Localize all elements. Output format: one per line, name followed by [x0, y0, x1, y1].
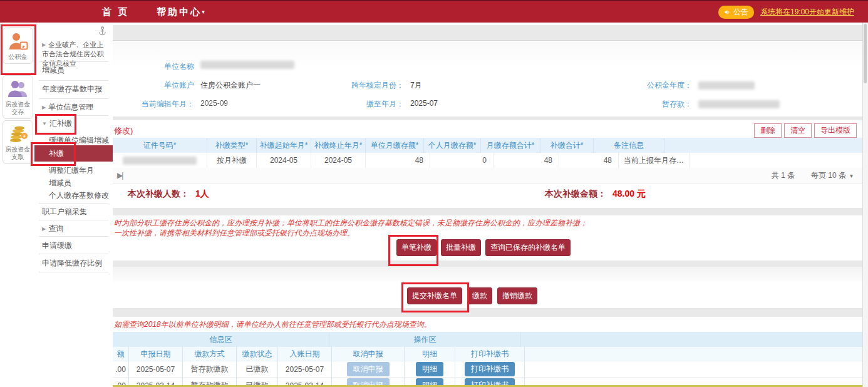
- sidebar-item-zengjianyuan-sub[interactable]: 增减员: [34, 178, 113, 188]
- unit-info-panel: 单位名称 单位账户 住房公积金账户一 跨年核定月份： 7月 公积金年度： 当前编…: [113, 41, 863, 116]
- rail-item-label: 公积金: [4, 53, 32, 61]
- sidebar-item-adjust-month[interactable]: 调整汇缴年月: [34, 165, 113, 176]
- divider: [39, 80, 108, 81]
- scrollbar-thumb[interactable]: [864, 24, 867, 83]
- query-saved-list-button[interactable]: 查询已保存的补缴名单: [485, 239, 571, 256]
- divider: [39, 61, 108, 62]
- col-pay-status: 缴款状态: [237, 347, 278, 361]
- pagination-first-icon[interactable]: ▶|: [117, 171, 122, 180]
- vertical-scrollbar[interactable]: [862, 23, 868, 387]
- person-edit-icon: [8, 32, 29, 51]
- totals-row: 本次补缴人数：1人 本次补缴金额：48.00 元: [113, 185, 863, 204]
- sidebar-item-bujiao-active[interactable]: 补缴: [34, 145, 113, 162]
- anchor-icon[interactable]: [98, 26, 106, 38]
- sidebar-item-zengjianyuan[interactable]: 增减员: [34, 65, 113, 76]
- group-header-row: 信息区 操作区: [113, 332, 863, 347]
- supplement-actions: 单笔补缴 批量补缴 查询已保存的补缴名单: [396, 239, 571, 256]
- app-window: 首 页 帮助中心▾ 公告 系统将在19:00开始更新维护 公积金: [0, 0, 868, 387]
- remark-cell: 当前上报年月存…: [619, 153, 690, 168]
- current-edit-month-value: 2025-09: [200, 99, 228, 108]
- group-ops: 操作区: [329, 332, 521, 347]
- divider: [39, 115, 108, 116]
- page-size-select[interactable]: 每页 10 条▾: [811, 170, 853, 181]
- export-template-button[interactable]: 导出模版: [814, 123, 857, 138]
- current-edit-month-label: 当前编辑年月：: [113, 99, 194, 110]
- sidebar-item-enterprise-check[interactable]: ▶企业破产、企业上市合法合规住房公积金信息核查: [34, 40, 113, 68]
- sidebar-item-annual-base[interactable]: 年度缴存基数申报: [34, 84, 113, 95]
- history-header-row: 额 申报日期 缴款方式 缴款状态 入账日期 取消申报 明细 打印补缴书: [113, 347, 863, 361]
- start-month-cell: 2024-05: [257, 153, 311, 168]
- svg-text:¥: ¥: [23, 134, 26, 138]
- detail-button[interactable]: 明细: [416, 362, 443, 376]
- redacted-value: [123, 157, 197, 165]
- end-month-cell: 2024-05: [311, 153, 366, 168]
- print-supplement-button[interactable]: 打印补缴书: [465, 362, 515, 376]
- unit-amount-cell: 48: [366, 153, 430, 168]
- sidebar-item-personal-base-edit[interactable]: 个人缴存基数修改: [34, 190, 113, 201]
- submit-list-button[interactable]: 提交补缴名单: [407, 287, 462, 304]
- paid-to-month-label: 缴至年月：: [329, 99, 404, 110]
- sidebar-menu: ▶企业破产、企业上市合法合规住房公积金信息核查 增减员 年度缴存基数申报 ▶单位…: [34, 23, 113, 387]
- pay-button[interactable]: 缴款: [467, 287, 492, 304]
- pagination-total: 共 1 条: [772, 170, 795, 181]
- declare-date-cell: 2025-05-07: [129, 361, 183, 377]
- history-panel: 如需查询2018年以前单位补缴明细，请单位经办人前往任意管理部或受托银行代办点现…: [113, 317, 863, 387]
- month-total-cell: 48: [493, 153, 559, 168]
- maintenance-notice-link[interactable]: 系统将在19:00开始更新维护: [760, 7, 854, 18]
- table-header-row: 证件号码* 补缴类型* 补缴起始年月* 补缴终止年月* 单位月缴存额* 个人月缴…: [113, 138, 863, 153]
- cancel-cell: 取消申报: [332, 361, 405, 377]
- divider: [39, 254, 108, 254]
- col-unit-amount: 单位月缴存额*: [366, 138, 424, 153]
- delete-button[interactable]: 删除: [754, 123, 782, 138]
- clear-button[interactable]: 清空: [784, 123, 812, 138]
- fund-year-value: [698, 81, 755, 90]
- history-note: 如需查询2018年以前单位补缴明细，请单位经办人前往任意管理部或受托银行代办点现…: [114, 319, 431, 330]
- sidebar-item-query[interactable]: ▶查询: [34, 224, 113, 234]
- paid-to-month-value: 2025-07: [410, 99, 438, 108]
- col-print: 打印补缴书: [455, 347, 525, 361]
- sidebar-item-unit-info[interactable]: ▶单位信息管理: [34, 102, 113, 113]
- divider-band: [113, 308, 863, 317]
- id-number-cell: [113, 153, 207, 168]
- table-row[interactable]: 按月补缴 2024-05 2024-05 48 0 48 48 当前上报年月存…: [113, 153, 863, 168]
- divider: [39, 272, 108, 272]
- single-supplement-button[interactable]: 单笔补缴: [396, 239, 437, 256]
- chevron-right-icon: ▶: [42, 105, 46, 110]
- submit-panel: 提交补缴名单 缴款 撤销缴款: [113, 282, 863, 308]
- col-filler: [664, 138, 863, 153]
- sidebar-item-huibujiao[interactable]: ▼汇补缴: [34, 118, 113, 129]
- col-cancel: 取消申报: [332, 347, 405, 361]
- col-start-month: 补缴起始年月*: [257, 138, 311, 153]
- rail-item-fanggai-zhiqu[interactable]: ¥ 房改资金支取: [3, 120, 33, 164]
- coins-icon: ¥: [8, 125, 29, 143]
- entry-date-cell: 2025-05-07: [278, 361, 332, 377]
- announcement-badge[interactable]: 公告: [718, 6, 754, 19]
- chevron-right-icon: ▶: [42, 42, 46, 48]
- col-declare-date: 申报日期: [129, 347, 183, 361]
- pay-status-cell: 已缴款: [237, 361, 278, 377]
- section-band: [113, 267, 863, 282]
- sidebar-item-lower-ratio[interactable]: 申请降低缴存比例: [34, 258, 113, 269]
- redacted-value: [698, 100, 780, 108]
- col-total: 补缴合计*: [540, 138, 594, 153]
- clipped-red-note: 修改): [114, 125, 133, 137]
- cancel-declare-button[interactable]: 取消申报: [347, 362, 390, 376]
- sidebar-item-hukou-collect[interactable]: 职工户籍采集: [34, 207, 113, 217]
- history-table: 信息区 操作区 额 申报日期 缴款方式 缴款状态 入账日期 取消申报 明细 打印…: [113, 332, 863, 387]
- rail-item-fanggai-jiaocun[interactable]: 房改资金交存: [3, 75, 33, 119]
- redacted-value: [698, 81, 755, 90]
- detail-cell: 明细: [405, 361, 455, 377]
- batch-supplement-button[interactable]: 批量补缴: [441, 239, 481, 256]
- sidebar-item-apply-huanjiao[interactable]: 申请缓缴: [34, 240, 113, 251]
- group-filler: [521, 332, 863, 347]
- rail-item-gongjijin[interactable]: 公积金: [3, 28, 33, 64]
- col-id-number: 证件号码*: [113, 138, 207, 153]
- nav-help-center[interactable]: 帮助中心▾: [157, 6, 205, 18]
- rail-item-label: 房改资金交存: [4, 101, 32, 116]
- group-info: 信息区: [113, 332, 329, 347]
- col-amount: 额: [113, 347, 129, 361]
- cancel-pay-button[interactable]: 撤销缴款: [497, 287, 537, 304]
- chevron-down-icon: ▾: [202, 9, 205, 15]
- nav-home[interactable]: 首 页: [102, 6, 129, 18]
- table-row[interactable]: .00 2025-05-07 暂存款缴款 已缴款 2025-05-07 取消申报…: [113, 361, 863, 378]
